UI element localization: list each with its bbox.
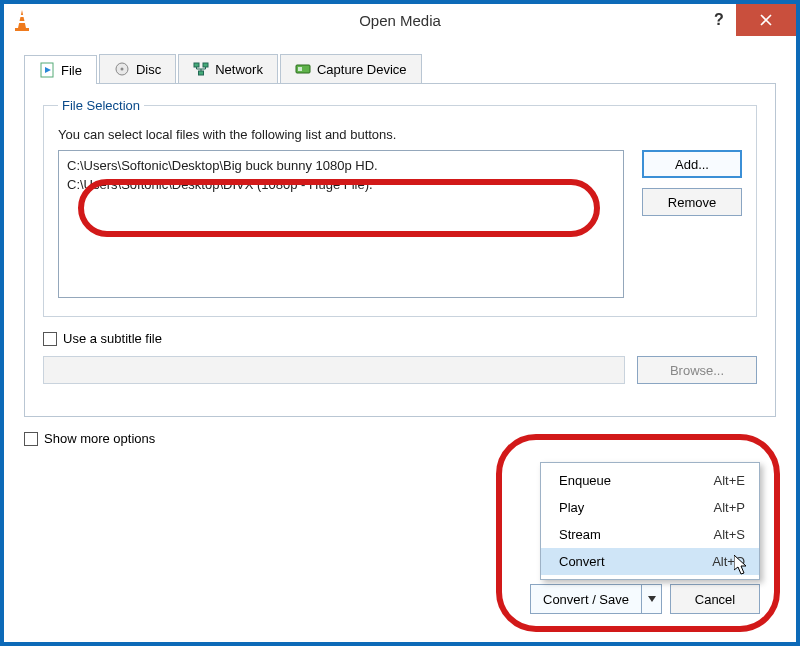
use-subtitle-label: Use a subtitle file	[63, 331, 162, 346]
menu-item-label: Stream	[559, 527, 601, 542]
cancel-button[interactable]: Cancel	[670, 584, 760, 614]
tab-strip: File Disc Network Capture Device	[24, 54, 776, 84]
menu-item-label: Convert	[559, 554, 605, 569]
tab-body-file: File Selection You can select local file…	[24, 84, 776, 417]
svg-rect-10	[199, 71, 204, 75]
svg-rect-2	[19, 21, 26, 23]
menu-item-shortcut: Alt+E	[714, 473, 745, 488]
svg-rect-1	[20, 15, 25, 17]
svg-marker-0	[18, 10, 26, 28]
svg-rect-3	[15, 28, 29, 31]
remove-button[interactable]: Remove	[642, 188, 742, 216]
tab-label: Disc	[136, 62, 161, 77]
tab-label: Capture Device	[317, 62, 407, 77]
chevron-down-icon	[648, 596, 656, 602]
convert-dropdown-menu: Enqueue Alt+E Play Alt+P Stream Alt+S Co…	[540, 462, 760, 580]
file-selection-legend: File Selection	[58, 98, 144, 113]
menu-item-stream[interactable]: Stream Alt+S	[541, 521, 759, 548]
checkbox-box-icon	[24, 432, 38, 446]
tab-label: Network	[215, 62, 263, 77]
file-play-icon	[39, 62, 55, 78]
tab-disc[interactable]: Disc	[99, 54, 176, 83]
file-selection-hint: You can select local files with the foll…	[58, 127, 742, 142]
list-item[interactable]: C:\Users\Softonic\Desktop\DIVX (1080p - …	[67, 176, 615, 195]
close-button[interactable]	[736, 4, 796, 36]
svg-rect-12	[298, 67, 302, 71]
svg-point-7	[120, 68, 123, 71]
help-button[interactable]: ?	[702, 4, 736, 36]
svg-marker-13	[648, 596, 656, 602]
tab-capture[interactable]: Capture Device	[280, 54, 422, 83]
show-more-options-checkbox[interactable]: Show more options	[24, 431, 776, 446]
show-more-options-label: Show more options	[44, 431, 155, 446]
tab-network[interactable]: Network	[178, 54, 278, 83]
menu-item-label: Enqueue	[559, 473, 611, 488]
menu-item-label: Play	[559, 500, 584, 515]
file-selection-group: File Selection You can select local file…	[43, 98, 757, 317]
convert-save-dropdown-toggle[interactable]	[642, 584, 662, 614]
titlebar: Open Media ?	[4, 4, 796, 36]
svg-rect-9	[203, 63, 208, 67]
menu-item-shortcut: Alt+S	[714, 527, 745, 542]
browse-button: Browse...	[637, 356, 757, 384]
convert-save-split-button: Convert / Save	[530, 584, 662, 614]
checkbox-box-icon	[43, 332, 57, 346]
file-list[interactable]: C:\Users\Softonic\Desktop\Big buck bunny…	[58, 150, 624, 298]
menu-item-enqueue[interactable]: Enqueue Alt+E	[541, 467, 759, 494]
list-item[interactable]: C:\Users\Softonic\Desktop\Big buck bunny…	[67, 157, 615, 176]
convert-save-button[interactable]: Convert / Save	[530, 584, 642, 614]
svg-rect-8	[194, 63, 199, 67]
subtitle-path-field	[43, 356, 625, 384]
menu-item-convert[interactable]: Convert Alt+O	[541, 548, 759, 575]
dialog-title: Open Media	[359, 12, 441, 29]
vlc-cone-icon	[12, 8, 32, 35]
action-area: Enqueue Alt+E Play Alt+P Stream Alt+S Co…	[512, 584, 760, 614]
add-button[interactable]: Add...	[642, 150, 742, 178]
menu-item-shortcut: Alt+P	[714, 500, 745, 515]
network-icon	[193, 61, 209, 77]
use-subtitle-checkbox[interactable]: Use a subtitle file	[43, 331, 757, 346]
menu-item-shortcut: Alt+O	[712, 554, 745, 569]
tab-label: File	[61, 63, 82, 78]
menu-item-play[interactable]: Play Alt+P	[541, 494, 759, 521]
capture-icon	[295, 61, 311, 77]
disc-icon	[114, 61, 130, 77]
tab-file[interactable]: File	[24, 55, 97, 84]
